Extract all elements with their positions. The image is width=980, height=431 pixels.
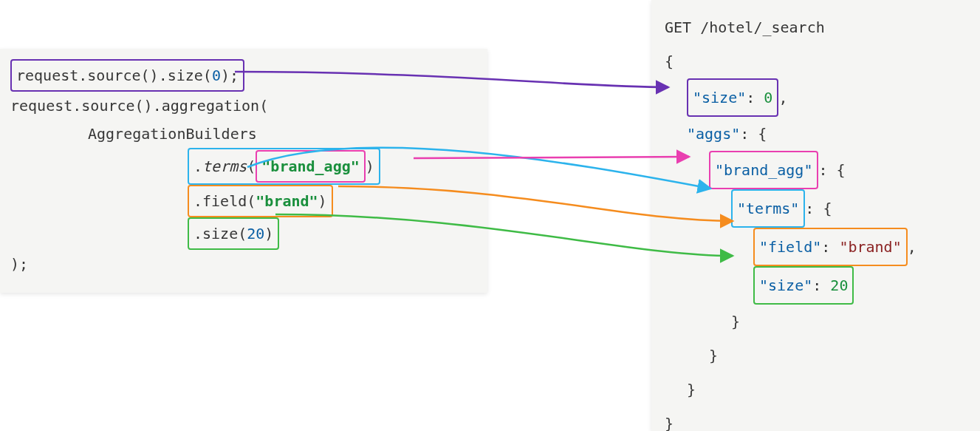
- brace: }: [709, 347, 718, 364]
- brace: }: [731, 313, 740, 330]
- code-text: (: [247, 157, 256, 175]
- brand-agg-box: "brand_agg": [256, 150, 365, 183]
- json-key: "field": [759, 238, 821, 256]
- java-line-6: .size(20): [10, 217, 477, 250]
- code-text: .field(: [193, 192, 256, 210]
- json-key: "size": [693, 89, 746, 106]
- code-text: AggregationBuilders: [88, 125, 257, 143]
- json-line-1: GET /hotel/_search: [665, 10, 967, 44]
- java-line-4: .terms("brand_agg"): [10, 148, 477, 185]
- code-text: ): [264, 225, 273, 242]
- code-text: .: [193, 157, 202, 175]
- json-dsl-panel: GET /hotel/_search { "size": 0, "aggs": …: [651, 0, 980, 431]
- code-text: request.source().aggregation(: [10, 97, 268, 115]
- json-key: "brand_agg": [715, 161, 812, 179]
- code-text: : {: [818, 161, 845, 179]
- json-key: "terms": [737, 200, 799, 217]
- brace: }: [665, 415, 674, 431]
- json-size-0-box: "size": 0: [687, 78, 778, 117]
- json-terms-box: "terms": [731, 189, 805, 228]
- json-brand-agg-box: "brand_agg": [709, 151, 818, 189]
- json-key: "aggs": [687, 125, 740, 143]
- json-line-10: }: [665, 339, 967, 373]
- num-zero: 0: [212, 67, 221, 84]
- code-text: );: [221, 67, 239, 84]
- json-line-2: {: [665, 44, 967, 78]
- colon: :: [821, 238, 839, 256]
- json-line-11: }: [665, 373, 967, 407]
- code-text: request.source().size(: [16, 67, 212, 84]
- code-text: : {: [805, 200, 832, 217]
- json-size-20-box: "size": 20: [753, 266, 854, 305]
- code-text: ): [318, 192, 327, 210]
- code-text: );: [10, 255, 28, 273]
- code-text: : {: [740, 125, 767, 143]
- comma: ,: [778, 89, 787, 106]
- code-text: ): [366, 157, 374, 175]
- json-string: "brand": [839, 238, 901, 256]
- json-num: 20: [830, 276, 848, 294]
- brand-string: "brand": [256, 192, 318, 210]
- java-code-panel: request.source().size(0); request.source…: [0, 49, 487, 293]
- colon: :: [746, 89, 764, 106]
- code-text: .size(: [193, 225, 247, 242]
- num-20: 20: [247, 225, 264, 242]
- json-key: "size": [759, 276, 812, 294]
- size-20-box: .size(20): [188, 217, 279, 250]
- field-box: .field("brand"): [188, 185, 333, 217]
- size-zero-box: request.source().size(0);: [10, 59, 244, 92]
- json-line-5: "brand_agg": {: [665, 151, 967, 189]
- comma: ,: [908, 238, 916, 256]
- json-num: 0: [764, 89, 772, 106]
- java-line-2: request.source().aggregation(: [10, 92, 477, 120]
- json-line-4: "aggs": {: [665, 117, 967, 151]
- json-line-12: }: [665, 407, 967, 431]
- json-line-3: "size": 0,: [665, 78, 967, 117]
- json-field-box: "field": "brand": [753, 228, 908, 266]
- java-line-1: request.source().size(0);: [10, 59, 477, 92]
- brand-agg-string: "brand_agg": [261, 157, 359, 175]
- java-line-7: );: [10, 250, 477, 278]
- json-line-6: "terms": {: [665, 189, 967, 228]
- terms-method: terms: [202, 157, 247, 175]
- java-line-5: .field("brand"): [10, 185, 477, 217]
- terms-box: .terms("brand_agg"): [188, 148, 380, 185]
- java-line-3: AggregationBuilders: [10, 120, 477, 148]
- json-line-8: "size": 20: [665, 266, 967, 305]
- brace: }: [687, 381, 696, 398]
- http-line: GET /hotel/_search: [665, 18, 825, 36]
- brace: {: [665, 52, 674, 70]
- colon: :: [812, 276, 830, 294]
- json-line-9: }: [665, 305, 967, 339]
- json-line-7: "field": "brand",: [665, 228, 967, 266]
